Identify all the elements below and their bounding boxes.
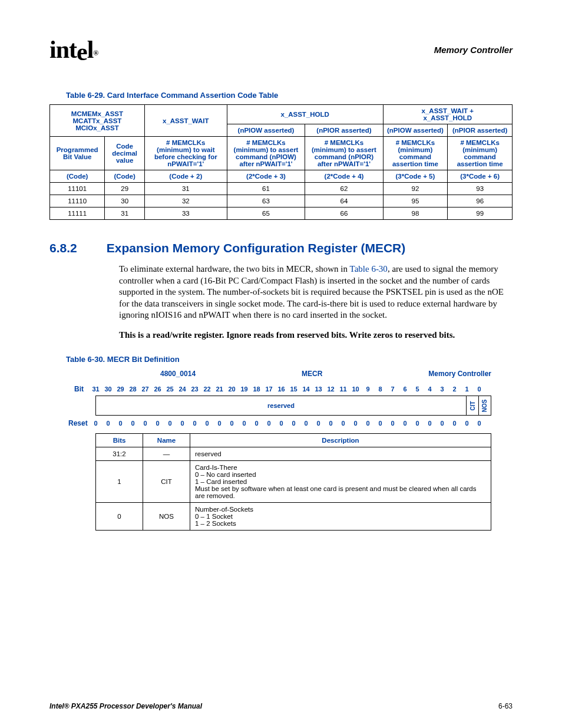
bit-number: 26 [151,383,164,396]
table-6-30-caption: Table 6-30. MECR Bit Definition [66,355,513,364]
desc-row-reserved: 31:2 — reserved [96,447,491,461]
bit-number: 4 [424,383,436,396]
t629-formula-0: (Code) [50,170,105,183]
reset-value: 0 [226,417,238,430]
bit-number: 22 [201,383,213,396]
bit-number: 29 [114,383,127,396]
table-row: 11110303263649596 [50,195,513,207]
bit-description-table: Bits Name Description 31:2 — reserved 1 … [95,433,491,531]
reset-value: 0 [250,417,263,430]
reset-value: 0 [201,417,213,430]
field-reserved: reserved [95,396,467,416]
reset-value: 0 [362,417,374,430]
t629-sub-npior-2: (nPIOR asserted) [448,124,513,137]
bit-number: 6 [399,383,411,396]
t629-hcol4: # MEMCLKs (minimum) to assert command (n… [227,137,305,170]
bit-number: 13 [312,383,325,396]
reset-value: 0 [139,417,151,430]
t629-sub-npiow-1: (nPIOW asserted) [227,124,305,137]
register-meta: 4800_0014 MECR Memory Controller [119,370,513,378]
page-number: 6-63 [498,702,513,710]
reset-value: 0 [386,417,399,430]
reset-value: 0 [238,417,250,430]
t629-grp2: x_ASST_WAIT [144,105,227,137]
bit-label: Bit [68,385,90,393]
reset-value: 0 [399,417,411,430]
reset-value: 0 [436,417,448,430]
page-footer: Intel® PXA255 Processor Developer's Manu… [49,702,513,710]
bit-number: 10 [349,383,362,396]
desc-row-nos: 0 NOS Number-of-Sockets 0 – 1 Socket 1 –… [96,503,491,531]
page-header: intel® Memory Controller [49,35,513,64]
bit-number: 1 [461,383,473,396]
bit-number: 23 [189,383,201,396]
reset-value: 0 [300,417,312,430]
desc-h-desc: Description [190,434,491,447]
reset-value: 0 [374,417,386,430]
bit-number: 2 [448,383,461,396]
t629-sub-npiow-2: (nPIOW asserted) [383,124,448,137]
desc-h-bits: Bits [96,434,143,447]
reset-value: 0 [349,417,362,430]
desc-row-cit: 1 CIT Card-Is-There 0 – No card inserted… [96,461,491,503]
bit-number: 14 [300,383,312,396]
table-row: 11111313365669899 [50,207,513,220]
bit-number: 7 [386,383,399,396]
reset-value: 0 [411,417,424,430]
table-row: 11101293161629293 [50,183,513,195]
t629-formula-6: (3*Code + 6) [448,170,513,183]
intel-logo: intel® [49,35,98,64]
reset-value: 0 [448,417,461,430]
reset-value: 0 [312,417,325,430]
bit-number: 18 [250,383,263,396]
paragraph-2: This is a read/write register. Ignore re… [119,330,513,341]
reset-value: 0 [164,417,176,430]
reset-value: 0 [102,417,114,430]
field-layout-row: reserved CIT NOS [95,396,513,416]
bit-number: 17 [263,383,275,396]
t629-grp3: x_ASST_HOLD [227,105,383,124]
reset-value: 0 [176,417,189,430]
t629-grp1: MCMEMx_ASST MCATTx_ASST MCIOx_ASST [50,105,145,137]
bit-number: 21 [213,383,226,396]
field-nos: NOS [479,396,491,416]
reset-value: 0 [213,417,226,430]
section-name: Memory Controller [434,45,513,55]
bit-number: 11 [337,383,349,396]
register-owner: Memory Controller [428,370,491,378]
t629-sub-npior-1: (nPIOR asserted) [305,124,383,137]
t629-hcol3: # MEMCLKs (minimum) to wait before check… [144,137,227,170]
reset-value: 0 [114,417,127,430]
bit-number: 20 [226,383,238,396]
reset-value: 0 [275,417,287,430]
bit-number: 15 [287,383,300,396]
bit-number: 16 [275,383,287,396]
t629-grp4: x_ASST_WAIT + x_ASST_HOLD [383,105,512,124]
field-cit: CIT [467,396,479,416]
bit-numbers-row: Bit 313029282726252423222120191817161514… [68,383,513,396]
reset-value: 0 [337,417,349,430]
reset-label: Reset [68,419,90,427]
table-6-30-link[interactable]: Table 6-30 [350,264,388,274]
section-title: Expansion Memory Configuration Register … [107,241,406,255]
bit-number: 9 [362,383,374,396]
reset-value: 0 [90,417,102,430]
section-number: 6.8.2 [49,241,77,255]
section-6-8-2-heading: 6.8.2 Expansion Memory Configuration Reg… [49,241,513,255]
t629-formula-2: (Code + 2) [144,170,227,183]
t629-formula-5: (3*Code + 5) [383,170,448,183]
bit-number: 5 [411,383,424,396]
desc-h-name: Name [143,434,190,447]
reset-value: 0 [127,417,139,430]
bit-number: 19 [238,383,250,396]
t629-formula-1: (Code) [105,170,145,183]
bit-number: 30 [102,383,114,396]
t629-hcol6: # MEMCLKs (minimum) command assertion ti… [383,137,448,170]
bit-number: 31 [90,383,102,396]
reset-row: Reset 00000000000000000000000000000000 [68,417,513,430]
bit-number: 28 [127,383,139,396]
paragraph-1: To eliminate external hardware, the two … [119,263,513,321]
reset-value: 0 [424,417,436,430]
footer-title: Intel® PXA255 Processor Developer's Manu… [49,702,202,710]
bit-number: 27 [139,383,151,396]
